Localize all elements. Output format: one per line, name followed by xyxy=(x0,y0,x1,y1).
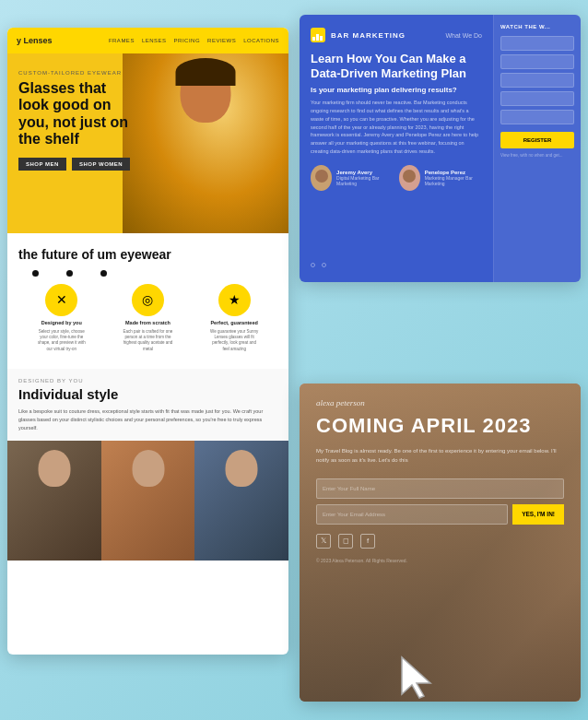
hero-section: CUSTOM-TAILORED EYEWEAR Glasses that loo… xyxy=(7,53,288,233)
person-face-1 xyxy=(38,450,70,487)
nav-links: FRAMES LENSES PRICING REVIEWS LOCATIONS xyxy=(109,38,279,43)
marketing-subheadline: Is your marketing plan delivering result… xyxy=(311,86,482,94)
nav-logo: y Lenses xyxy=(17,36,53,45)
nav-frames[interactable]: FRAMES xyxy=(109,38,135,43)
dots-row xyxy=(18,270,277,277)
designed-label: Designed by you xyxy=(41,320,82,325)
blog-submit-button[interactable]: YES, I'M IN! xyxy=(512,504,564,525)
registration-side-panel: WATCH THE W... REGISTER View free, with … xyxy=(493,15,581,282)
nav-bar: y Lenses FRAMES LENSES PRICING REVIEWS L… xyxy=(7,28,288,53)
marketing-main-content: BAR MARKETING What We Do Learn How You C… xyxy=(300,15,493,282)
speaker-1: Jeremy Avery Digital Marketing Bar Marke… xyxy=(311,165,390,191)
social-icons-row: 𝕏 ◻ f xyxy=(316,534,564,549)
blog-footer: © 2023 Alexa Peterson. All Rights Reserv… xyxy=(316,558,564,563)
dec-dot-2 xyxy=(322,263,326,267)
person-photo-3 xyxy=(194,441,288,561)
person-photo-2 xyxy=(101,441,195,561)
industry-input[interactable] xyxy=(500,110,574,124)
glasses-card: y Lenses FRAMES LENSES PRICING REVIEWS L… xyxy=(7,28,288,655)
twitter-icon[interactable]: 𝕏 xyxy=(316,534,331,549)
dot-2 xyxy=(66,270,73,277)
speaker-1-role: Digital Marketing Bar Marketing xyxy=(336,175,389,186)
perfect-icon: ★ xyxy=(218,284,251,316)
speaker-2-role: Marketing Manager Bar Marketing xyxy=(425,175,482,186)
designed-desc: Select your style, choose your color, fi… xyxy=(36,329,87,352)
individual-text: Like a bespoke suit to couture dress, ex… xyxy=(18,407,277,431)
person-photo-1 xyxy=(7,441,101,561)
email-input[interactable] xyxy=(500,54,574,69)
icons-row: ✕ Designed by you Select your style, cho… xyxy=(18,284,277,352)
perfect-desc: We guarantee your Sunny Lenses glasses w… xyxy=(209,329,260,352)
instagram-icon[interactable]: ◻ xyxy=(338,534,353,549)
hero-title: Glasses that look good on you, not just … xyxy=(18,80,138,148)
shop-women-button[interactable]: SHOP WOMEN xyxy=(72,158,130,171)
person-face-2 xyxy=(132,450,164,487)
marketing-card: BAR MARKETING What We Do Learn How You C… xyxy=(300,15,581,282)
nav-reviews[interactable]: REVIEWS xyxy=(207,38,236,43)
bar-chart-icon xyxy=(311,28,325,42)
hero-subtitle: CUSTOM-TAILORED EYEWEAR xyxy=(18,70,138,76)
dot-1 xyxy=(32,270,39,277)
speaker-2-info: Penelope Perez Marketing Manager Bar Mar… xyxy=(425,170,482,186)
blog-title: COMING APRIL 2023 xyxy=(316,415,564,437)
marketing-body: Your marketing firm should never be reac… xyxy=(311,99,482,156)
company-input[interactable] xyxy=(500,73,574,88)
decorative-dots xyxy=(311,254,329,271)
speaker-1-avatar xyxy=(311,165,332,191)
bar-3 xyxy=(320,36,323,41)
speaker-1-info: Jeremy Avery Digital Marketing Bar Marke… xyxy=(336,170,389,186)
bar-2 xyxy=(316,34,319,41)
future-section: the future of um eyewear ✕ Designed by y… xyxy=(7,233,288,369)
scratch-label: Made from scratch xyxy=(125,320,171,325)
scratch-desc: Each pair is crafted for one person at a… xyxy=(123,329,173,352)
designed-icon: ✕ xyxy=(45,284,77,316)
name-form-row xyxy=(316,478,564,499)
hero-woman-photo xyxy=(123,53,288,233)
future-title: the future of um eyewear xyxy=(18,247,277,263)
individual-section: DESIGNED BY YOU Individual style Like a … xyxy=(7,369,288,441)
blog-form: YES, I'M IN! xyxy=(316,478,564,525)
marketing-top-bar: BAR MARKETING What We Do xyxy=(311,28,482,42)
fullname-input[interactable] xyxy=(500,36,574,51)
hero-image xyxy=(123,53,288,233)
individual-title: Individual style xyxy=(18,386,277,402)
side-note: View free, with no when and get... xyxy=(500,153,574,159)
speakers-row: Jeremy Avery Digital Marketing Bar Marke… xyxy=(311,165,482,191)
nav-pricing[interactable]: PRICING xyxy=(174,38,201,43)
email-form-row: YES, I'M IN! xyxy=(316,504,564,525)
hero-buttons: SHOP MEN SHOP WOMEN xyxy=(18,158,138,171)
nav-lenses[interactable]: LENSES xyxy=(142,38,167,43)
individual-label: DESIGNED BY YOU xyxy=(18,378,277,384)
register-button[interactable]: REGISTER xyxy=(500,132,574,148)
watch-title: WATCH THE W... xyxy=(500,24,574,30)
speaker-2: Penelope Perez Marketing Manager Bar Mar… xyxy=(399,165,482,191)
dot-3 xyxy=(100,270,107,277)
blog-card: alexa peterson COMING APRIL 2023 My Trav… xyxy=(300,384,581,702)
speaker-2-avatar xyxy=(399,165,420,191)
blog-content: alexa peterson COMING APRIL 2023 My Trav… xyxy=(300,384,581,578)
facebook-icon[interactable]: f xyxy=(360,534,375,549)
person-images xyxy=(7,441,288,561)
icon-designed: ✕ Designed by you Select your style, cho… xyxy=(36,284,87,352)
person-face-3 xyxy=(226,450,258,487)
icon-scratch: ◎ Made from scratch Each pair is crafted… xyxy=(123,284,173,352)
scratch-icon: ◎ xyxy=(132,284,164,316)
jobtitle-input[interactable] xyxy=(500,91,574,106)
blog-email-input[interactable] xyxy=(316,504,508,525)
dec-dot-1 xyxy=(311,263,315,267)
blog-author: alexa peterson xyxy=(316,398,564,407)
icon-perfect: ★ Perfect, guaranteed We guarantee your … xyxy=(209,284,260,352)
marketing-headline: Learn How You Can Make a Data-Driven Mar… xyxy=(311,52,482,80)
perfect-label: Perfect, guaranteed xyxy=(210,320,257,325)
what-we-do-link[interactable]: What We Do xyxy=(445,32,482,39)
blog-name-input[interactable] xyxy=(316,478,564,499)
cursor-arrow xyxy=(399,655,436,700)
nav-locations[interactable]: LOCATIONS xyxy=(243,38,279,43)
bar-1 xyxy=(312,37,315,41)
brand-name: BAR MARKETING xyxy=(331,31,406,40)
hero-text: CUSTOM-TAILORED EYEWEAR Glasses that loo… xyxy=(18,70,138,171)
svg-marker-0 xyxy=(402,657,430,698)
shop-men-button[interactable]: SHOP MEN xyxy=(18,158,66,171)
blog-body: My Travel Blog is almost ready. Be one o… xyxy=(316,446,564,465)
